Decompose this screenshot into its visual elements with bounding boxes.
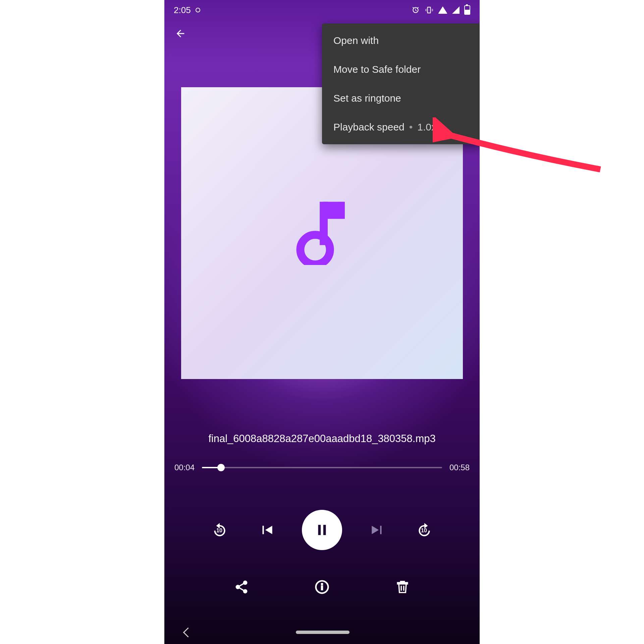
overflow-menu: Open with Move to Safe folder Set as rin… xyxy=(322,23,480,144)
wifi-icon xyxy=(438,6,447,14)
play-pause-button[interactable] xyxy=(302,510,342,550)
skip-next-icon xyxy=(369,522,386,538)
share-icon xyxy=(234,580,249,594)
status-time: 2:05 xyxy=(174,5,191,15)
music-note-icon xyxy=(293,201,351,265)
svg-point-2 xyxy=(300,235,330,264)
replay-seconds-label: 10 xyxy=(216,528,222,534)
phone-frame: 2:05 xyxy=(164,0,480,644)
menu-item-label: Set as ringtone xyxy=(333,93,401,104)
next-button[interactable] xyxy=(366,518,389,542)
system-nav-bar xyxy=(164,621,480,644)
svg-point-4 xyxy=(236,585,240,589)
menu-item-open-with[interactable]: Open with xyxy=(322,26,480,55)
transport-controls: 10 10 xyxy=(164,510,480,550)
vibrate-icon xyxy=(425,6,433,14)
total-time: 00:58 xyxy=(449,463,470,472)
menu-item-label: Move to Safe folder xyxy=(333,64,421,75)
status-bar: 2:05 xyxy=(164,0,480,20)
back-button[interactable] xyxy=(171,24,190,43)
playback-speed-value: 1.0x xyxy=(417,121,436,133)
seek-slider[interactable] xyxy=(202,467,442,468)
pause-icon xyxy=(314,522,330,538)
info-icon xyxy=(315,580,329,594)
svg-rect-8 xyxy=(321,583,323,585)
track-filename: final_6008a8828a287e00aaadbd18_380358.mp… xyxy=(164,433,480,445)
delete-button[interactable] xyxy=(392,577,413,597)
trash-icon xyxy=(395,580,410,594)
nav-home-pill[interactable] xyxy=(296,631,350,634)
replay-10-button[interactable]: 10 xyxy=(208,518,231,542)
share-button[interactable] xyxy=(231,577,252,597)
canvas: 2:05 xyxy=(0,0,644,644)
menu-item-label: Open with xyxy=(333,35,379,46)
arrow-left-icon xyxy=(175,28,186,39)
menu-item-playback-speed[interactable]: Playback speed • 1.0x xyxy=(322,113,480,142)
nav-back-icon[interactable] xyxy=(183,627,193,637)
battery-icon xyxy=(464,5,470,15)
previous-button[interactable] xyxy=(255,518,278,542)
seek-thumb[interactable] xyxy=(217,464,225,471)
separator-dot: • xyxy=(409,121,413,133)
record-indicator-icon xyxy=(196,8,200,12)
elapsed-time: 00:04 xyxy=(174,463,195,472)
menu-item-set-ringtone[interactable]: Set as ringtone xyxy=(322,84,480,113)
forward-seconds-label: 10 xyxy=(421,528,427,534)
svg-point-3 xyxy=(244,581,247,585)
seek-bar: 00:04 00:58 xyxy=(174,463,470,472)
menu-item-label: Playback speed xyxy=(333,121,405,133)
skip-previous-icon xyxy=(258,522,275,538)
info-button[interactable] xyxy=(312,577,332,597)
action-row xyxy=(164,577,480,597)
menu-item-move-safe-folder[interactable]: Move to Safe folder xyxy=(322,55,480,84)
alarm-icon xyxy=(411,6,420,14)
svg-point-5 xyxy=(244,589,247,593)
forward-10-button[interactable]: 10 xyxy=(413,518,436,542)
svg-rect-7 xyxy=(321,586,323,590)
cell-signal-icon xyxy=(452,6,460,14)
